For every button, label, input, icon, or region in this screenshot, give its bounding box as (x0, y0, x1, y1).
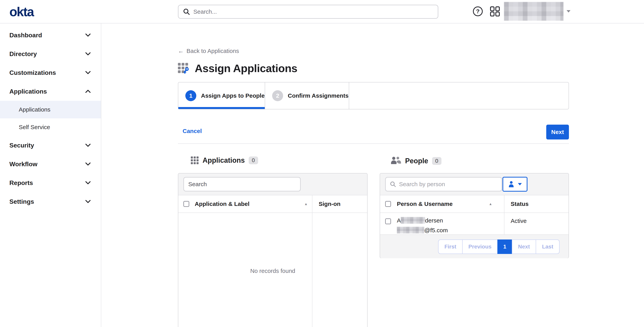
chevron-down-icon (85, 200, 91, 203)
sort-asc-icon: ▲ (304, 202, 308, 206)
people-icon (390, 156, 401, 166)
user-name-redacted (504, 2, 564, 21)
cancel-button[interactable]: Cancel (182, 128, 202, 134)
sidebar-item-label: Workflow (10, 161, 37, 168)
sidebar-item-reports[interactable]: Reports (0, 173, 101, 192)
redacted-name-segment (401, 217, 425, 224)
person-name-cell: Adersen @f5.com (397, 216, 448, 235)
sidebar-item-settings[interactable]: Settings (0, 192, 101, 211)
topbar: okta ? (0, 0, 644, 23)
column-person-username[interactable]: Person & Username (397, 201, 452, 207)
sidebar-subitem-applications[interactable]: Applications (0, 101, 101, 118)
select-all-applications-checkbox[interactable] (184, 201, 189, 207)
chevron-down-icon (85, 144, 91, 147)
chevron-up-icon (85, 90, 91, 93)
chevron-down-icon (85, 52, 91, 56)
apps-grid-button[interactable] (490, 6, 500, 17)
chevron-down-icon (85, 33, 91, 37)
sidebar-item-workflow[interactable]: Workflow (0, 155, 101, 173)
people-pagination: First Previous 1 Next Last (438, 240, 560, 254)
applications-section-header: Applications 0 (191, 156, 258, 164)
column-divider (312, 213, 312, 327)
help-button[interactable]: ? (472, 6, 483, 17)
sort-asc-icon: ▲ (489, 202, 492, 206)
search-icon (390, 181, 396, 187)
help-icon: ? (473, 6, 483, 16)
people-section-header: People 0 (390, 156, 442, 166)
sidebar-subitem-self-service[interactable]: Self Service (0, 118, 101, 136)
person-username: @f5.com (397, 225, 448, 235)
pagination-last-button[interactable]: Last (536, 240, 560, 254)
applications-table-body: No records found (178, 213, 367, 327)
column-divider (312, 195, 312, 213)
back-to-applications-link[interactable]: ← Back to Applications (178, 48, 239, 54)
people-panel-footer: First Previous 1 Next Last (380, 235, 568, 258)
people-count-badge: 0 (432, 157, 442, 165)
step-1-badge: 1 (185, 90, 196, 101)
column-divider (504, 213, 504, 235)
main-content: ← Back to Applications Assign Applicatio… (101, 23, 644, 327)
people-table-header: Person & Username ▲ Status (380, 195, 568, 213)
tab-confirm-assignments[interactable]: 2 Confirm Assignments (265, 82, 349, 109)
person-name: Adersen (397, 216, 448, 225)
sidebar-item-directory[interactable]: Directory (0, 44, 101, 63)
assign-applications-icon (178, 62, 190, 75)
okta-logo: okta (10, 4, 34, 19)
search-icon (183, 8, 190, 15)
back-arrow-icon: ← (178, 48, 184, 54)
people-panel: Person & Username ▲ Status Adersen @f5.c… (380, 173, 569, 258)
global-search (178, 5, 438, 19)
person-row[interactable]: Adersen @f5.com Active (380, 213, 568, 235)
people-search-input[interactable] (399, 181, 497, 188)
people-search (385, 177, 502, 191)
pagination-previous-button[interactable]: Previous (462, 240, 498, 254)
step-2-badge: 2 (272, 90, 283, 101)
step-2-label: Confirm Assignments (288, 92, 348, 99)
sidebar-subitem-label: Applications (19, 106, 50, 113)
sidebar-item-label: Directory (10, 50, 37, 58)
sidebar-item-label: Applications (10, 88, 47, 95)
applications-section-label: Applications (202, 156, 245, 164)
applications-count-badge: 0 (249, 156, 258, 164)
apps-grid-icon (490, 6, 500, 16)
sidebar-item-label: Settings (10, 198, 34, 205)
people-panel-header (380, 173, 568, 195)
column-sign-on[interactable]: Sign-on (319, 201, 340, 207)
page-title: Assign Applications (195, 62, 297, 75)
select-all-people-checkbox[interactable] (385, 201, 391, 207)
pagination-page-1-button[interactable]: 1 (497, 240, 512, 254)
chevron-down-icon (85, 181, 91, 185)
sidebar-item-dashboard[interactable]: Dashboard (0, 26, 101, 44)
sidebar: Dashboard Directory Customizations Appli… (0, 23, 101, 327)
sidebar-item-customizations[interactable]: Customizations (0, 63, 101, 82)
tab-assign-apps-to-people[interactable]: 1 Assign Apps to People (178, 82, 265, 109)
sidebar-item-security[interactable]: Security (0, 136, 101, 155)
person-icon (508, 181, 514, 188)
back-link-label: Back to Applications (186, 48, 239, 54)
applications-panel: Application & Label ▲ Sign-on No records… (178, 173, 368, 327)
sidebar-item-applications[interactable]: Applications (0, 82, 101, 101)
applications-table-header: Application & Label ▲ Sign-on (178, 195, 367, 213)
redacted-username-segment (397, 227, 424, 233)
column-divider (504, 195, 504, 213)
person-filter-dropdown[interactable] (502, 177, 528, 192)
global-search-input[interactable] (193, 8, 433, 15)
applications-grid-icon (191, 156, 199, 164)
wizard-steps: 1 Assign Apps to People 2 Confirm Assign… (178, 82, 569, 109)
page-title-row: Assign Applications (178, 62, 297, 75)
step-1-label: Assign Apps to People (201, 92, 265, 99)
empty-message: No records found (250, 268, 295, 274)
pagination-first-button[interactable]: First (438, 240, 462, 254)
sidebar-item-label: Reports (10, 179, 33, 187)
column-application-label[interactable]: Application & Label (195, 201, 250, 207)
pagination-next-button[interactable]: Next (512, 240, 536, 254)
column-status[interactable]: Status (511, 201, 529, 207)
chevron-down-icon (85, 71, 91, 74)
person-status: Active (511, 218, 527, 224)
applications-search-input[interactable] (188, 181, 296, 188)
sidebar-item-label: Security (10, 142, 34, 149)
person-row-checkbox[interactable] (385, 218, 391, 224)
user-menu[interactable] (504, 2, 570, 21)
chevron-down-icon (85, 162, 91, 166)
next-button[interactable]: Next (546, 125, 569, 139)
